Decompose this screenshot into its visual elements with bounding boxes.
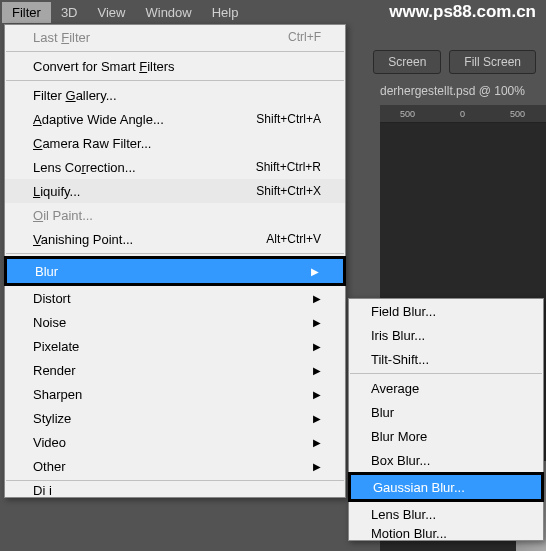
submenu-motion-blur[interactable]: Motion Blur... — [349, 526, 543, 540]
menu-separator — [6, 253, 344, 254]
shortcut-label: Alt+Ctrl+V — [266, 232, 321, 246]
submenu-arrow-icon: ▶ — [313, 413, 321, 424]
menu-last-filter: Last Filter Ctrl+F — [5, 25, 345, 49]
menu-filter-gallery[interactable]: Filter Gallery... — [5, 83, 345, 107]
menu-adaptive-wide[interactable]: Adaptive Wide Angle... Shift+Ctrl+A — [5, 107, 345, 131]
menu-vanishing-point[interactable]: Vanishing Point... Alt+Ctrl+V — [5, 227, 345, 251]
menu-blur[interactable]: Blur▶ — [7, 259, 343, 283]
menu-distort[interactable]: Distort▶ — [5, 286, 345, 310]
horizontal-ruler: 500 0 500 — [380, 105, 546, 123]
menu-help[interactable]: Help — [202, 2, 249, 23]
screen-button[interactable]: Screen — [373, 50, 441, 74]
document-tab[interactable]: derhergestellt.psd @ 100% — [380, 84, 525, 98]
filter-dropdown: Last Filter Ctrl+F Convert for Smart Fil… — [4, 24, 346, 498]
menu-other[interactable]: Other▶ — [5, 454, 345, 478]
ruler-tick: 500 — [380, 109, 435, 119]
shortcut-label: Shift+Ctrl+X — [256, 184, 321, 198]
submenu-arrow-icon: ▶ — [313, 317, 321, 328]
menu-separator — [350, 373, 542, 374]
menu-video[interactable]: Video▶ — [5, 430, 345, 454]
menu-noise[interactable]: Noise▶ — [5, 310, 345, 334]
shortcut-label: Shift+Ctrl+A — [256, 112, 321, 126]
menu-render[interactable]: Render▶ — [5, 358, 345, 382]
menu-separator — [6, 51, 344, 52]
submenu-iris-blur[interactable]: Iris Blur... — [349, 323, 543, 347]
menu-stylize[interactable]: Stylize▶ — [5, 406, 345, 430]
menu-pixelate[interactable]: Pixelate▶ — [5, 334, 345, 358]
blur-submenu: Field Blur... Iris Blur... Tilt-Shift...… — [348, 298, 544, 541]
submenu-arrow-icon: ▶ — [313, 461, 321, 472]
menu-convert-smart[interactable]: Convert for Smart Filters — [5, 54, 345, 78]
menu-camera-raw[interactable]: Camera Raw Filter... — [5, 131, 345, 155]
menu-filter[interactable]: Filter — [2, 2, 51, 23]
menu-view[interactable]: View — [88, 2, 136, 23]
submenu-tilt-shift[interactable]: Tilt-Shift... — [349, 347, 543, 371]
watermark-text: www.ps88.com.cn — [389, 2, 536, 22]
menu-sharpen[interactable]: Sharpen▶ — [5, 382, 345, 406]
menu-cutoff[interactable]: Di i — [5, 483, 345, 497]
toolbar: Screen Fill Screen — [373, 50, 536, 74]
submenu-average[interactable]: Average — [349, 376, 543, 400]
gaussian-highlight-box: Gaussian Blur... — [348, 472, 544, 502]
submenu-arrow-icon: ▶ — [313, 341, 321, 352]
submenu-lens-blur[interactable]: Lens Blur... — [349, 502, 543, 526]
submenu-arrow-icon: ▶ — [313, 437, 321, 448]
menu-separator — [6, 80, 344, 81]
submenu-arrow-icon: ▶ — [313, 365, 321, 376]
submenu-field-blur[interactable]: Field Blur... — [349, 299, 543, 323]
submenu-blur[interactable]: Blur — [349, 400, 543, 424]
menu-liquify[interactable]: Liquify... Shift+Ctrl+X — [5, 179, 345, 203]
shortcut-label: Ctrl+F — [288, 30, 321, 44]
shortcut-label: Shift+Ctrl+R — [256, 160, 321, 174]
submenu-arrow-icon: ▶ — [311, 266, 319, 277]
submenu-gaussian-blur[interactable]: Gaussian Blur... — [351, 475, 541, 499]
menu-window[interactable]: Window — [135, 2, 201, 23]
submenu-blur-more[interactable]: Blur More — [349, 424, 543, 448]
menu-3d[interactable]: 3D — [51, 2, 88, 23]
menu-separator — [6, 480, 344, 481]
submenu-arrow-icon: ▶ — [313, 389, 321, 400]
ruler-tick: 500 — [490, 109, 545, 119]
ruler-tick: 0 — [435, 109, 490, 119]
submenu-arrow-icon: ▶ — [313, 293, 321, 304]
blur-highlight-box: Blur▶ — [4, 256, 346, 286]
submenu-box-blur[interactable]: Box Blur... — [349, 448, 543, 472]
menu-oil-paint: Oil Paint... — [5, 203, 345, 227]
menu-lens-correction[interactable]: Lens Correction... Shift+Ctrl+R — [5, 155, 345, 179]
fill-screen-button[interactable]: Fill Screen — [449, 50, 536, 74]
